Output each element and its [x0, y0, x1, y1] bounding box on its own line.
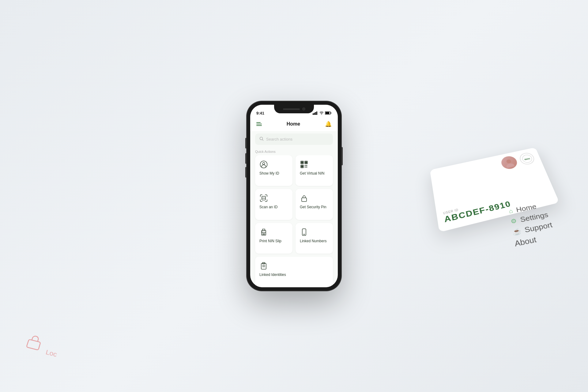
- status-time: 9:41: [256, 111, 264, 115]
- search-placeholder: Search actions: [266, 137, 292, 141]
- svg-point-16: [263, 163, 265, 165]
- svg-line-14: [262, 140, 264, 141]
- actions-grid: Show My ID: [250, 155, 338, 287]
- status-icons: [313, 111, 332, 115]
- printer-icon: [259, 228, 268, 236]
- svg-point-13: [260, 137, 263, 140]
- hamburger-line-1: [256, 122, 261, 123]
- svg-rect-37: [261, 263, 266, 269]
- action-label-get-virtual-nin: Get Virtual NIN: [300, 171, 324, 176]
- notification-bell-icon[interactable]: 🔔: [325, 121, 332, 127]
- svg-point-9: [321, 114, 322, 115]
- action-get-virtual-nin[interactable]: Get Virtual NIN: [296, 155, 333, 186]
- phone-icon: [300, 228, 308, 236]
- svg-rect-22: [301, 166, 303, 167]
- svg-point-0: [506, 159, 512, 164]
- phone-wrapper: 9:41: [247, 101, 341, 291]
- action-label-get-security-pin: Get Security Pin: [300, 205, 326, 210]
- action-label-linked-identities: Linked Identities: [259, 273, 286, 277]
- action-linked-identities[interactable]: Linked Identities: [255, 257, 333, 287]
- action-show-my-id[interactable]: Show My ID: [255, 155, 292, 186]
- svg-rect-8: [316, 111, 317, 115]
- svg-rect-4: [26, 339, 40, 350]
- phone-notch: [274, 105, 314, 113]
- lock-icon: [300, 194, 308, 202]
- scan-box-icon: [259, 194, 268, 202]
- svg-point-1: [506, 163, 515, 168]
- svg-point-34: [262, 232, 262, 232]
- svg-rect-25: [305, 167, 306, 168]
- svg-rect-21: [305, 162, 307, 163]
- person-circle-icon: [259, 160, 268, 169]
- phone-screen: 9:41: [250, 105, 338, 287]
- action-label-show-my-id: Show My ID: [259, 171, 279, 176]
- hamburger-line-2: [256, 124, 262, 124]
- phone-frame: 9:41: [247, 101, 341, 291]
- svg-rect-24: [306, 165, 307, 166]
- svg-rect-6: [314, 113, 315, 115]
- action-label-print-nin-slip: Print NIN Slip: [259, 239, 281, 244]
- svg-rect-31: [262, 229, 265, 231]
- front-camera: [302, 107, 305, 111]
- quick-actions-label: Quick Actions: [250, 147, 338, 155]
- action-get-security-pin[interactable]: Get Security Pin: [296, 189, 333, 220]
- app-header: Home 🔔: [250, 118, 338, 131]
- svg-rect-11: [331, 112, 331, 114]
- nimc-logo: Nimc: [518, 152, 536, 166]
- svg-rect-7: [315, 112, 316, 115]
- qr-grid-icon: [300, 160, 308, 169]
- svg-rect-26: [306, 167, 307, 168]
- svg-rect-29: [302, 198, 307, 202]
- action-label-linked-numbers: Linked Numbers: [300, 239, 326, 244]
- page-title: Home: [287, 121, 300, 127]
- hamburger-menu-button[interactable]: [256, 122, 262, 126]
- speaker: [283, 108, 300, 110]
- action-scan-an-id[interactable]: Scan an ID: [255, 189, 292, 220]
- svg-rect-5: [313, 113, 314, 115]
- hamburger-line-3: [256, 125, 262, 126]
- action-linked-numbers[interactable]: Linked Numbers: [296, 223, 333, 254]
- svg-rect-12: [326, 112, 330, 114]
- action-print-nin-slip[interactable]: Print NIN Slip: [255, 223, 292, 254]
- avatar: [499, 154, 520, 171]
- svg-rect-20: [301, 162, 303, 163]
- search-bar[interactable]: Search actions: [255, 134, 333, 145]
- clipboard-icon: [259, 262, 268, 270]
- search-icon: [259, 137, 264, 142]
- action-label-scan-an-id: Scan an ID: [259, 205, 277, 210]
- svg-rect-23: [305, 165, 306, 166]
